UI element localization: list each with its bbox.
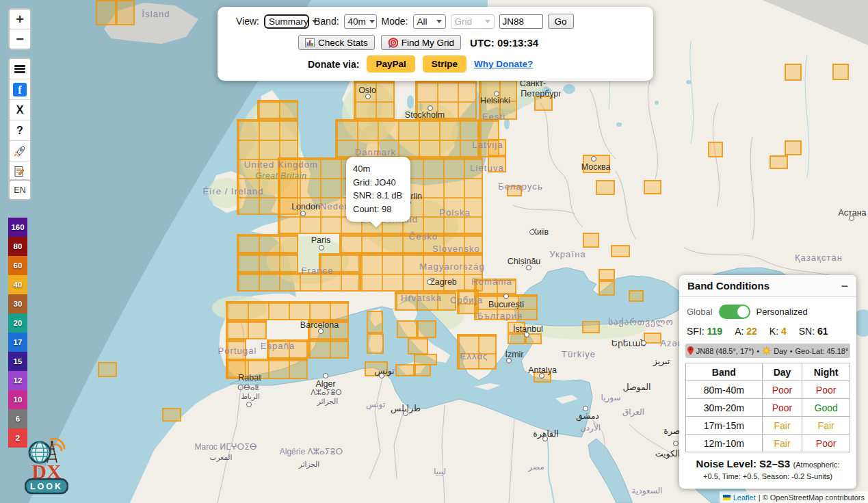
grid-square-block[interactable]	[395, 292, 456, 311]
osm-attribution: | © OpenStreetMap contributors	[759, 493, 865, 502]
band-scale-40[interactable]: 40	[8, 275, 27, 294]
grid-square[interactable]	[644, 180, 661, 194]
leaflet-link[interactable]: Leaflet	[733, 493, 756, 502]
view-select[interactable]: Summary	[264, 14, 309, 29]
grid-square[interactable]	[116, 0, 135, 25]
band-scale-17[interactable]: 17	[8, 333, 27, 352]
facebook-button[interactable]: f	[10, 79, 30, 100]
grid-square-block[interactable]	[360, 253, 483, 292]
global-personalized-toggle[interactable]	[719, 305, 750, 319]
grid-square[interactable]	[599, 281, 615, 296]
grid-square[interactable]	[488, 139, 506, 156]
condition-cell: Fair	[762, 417, 802, 435]
band-scale-6[interactable]: 6	[8, 409, 27, 428]
grid-square[interactable]	[629, 290, 644, 302]
grid-square[interactable]	[365, 361, 388, 376]
grid-square-block[interactable]	[308, 339, 349, 359]
band-color-scale: 16080604030201715121062	[8, 218, 27, 448]
grid-square-block[interactable]	[474, 294, 538, 320]
grid-square[interactable]	[397, 320, 417, 338]
check-stats-button[interactable]: Check Stats	[298, 35, 375, 50]
noise-level: Noise Level: S2–S3 (Atmospheric: +0.5, T…	[685, 459, 850, 482]
grid-square[interactable]	[534, 96, 553, 111]
band-scale-160[interactable]: 160	[8, 218, 27, 237]
grid-square-block[interactable]	[237, 234, 298, 253]
mode-select[interactable]: All	[413, 14, 446, 29]
grid-square-block[interactable]	[237, 253, 298, 272]
grid-square[interactable]	[832, 64, 849, 80]
whats-new-button[interactable]	[10, 141, 30, 162]
grid-square[interactable]	[508, 333, 525, 344]
grid-square[interactable]	[525, 333, 542, 344]
grid-square[interactable]	[488, 156, 506, 172]
grid-square[interactable]	[644, 333, 661, 344]
grid-square-block[interactable]	[415, 81, 477, 119]
stripe-button[interactable]: Stripe	[423, 55, 466, 73]
band-scale-12[interactable]: 12	[8, 371, 27, 390]
band-scale-10[interactable]: 10	[8, 390, 27, 409]
feedback-button[interactable]	[10, 162, 30, 181]
grid-square[interactable]	[415, 364, 431, 376]
index-sn: SN: 61	[799, 326, 828, 337]
find-my-grid-button[interactable]: Find My Grid	[381, 35, 461, 50]
grid-square[interactable]	[162, 408, 181, 422]
grid-square-block[interactable]	[319, 253, 360, 272]
band-scale-60[interactable]: 60	[8, 256, 27, 275]
grid-square[interactable]	[785, 64, 802, 81]
grid-square-block[interactable]	[226, 301, 349, 320]
grid-square[interactable]	[417, 320, 436, 338]
why-donate-link[interactable]: Why Donate?	[474, 59, 533, 69]
zoom-out-button[interactable]: −	[10, 29, 30, 49]
grid-square-block[interactable]	[308, 320, 349, 339]
grid-square[interactable]	[582, 321, 600, 333]
grid-square[interactable]	[98, 362, 117, 377]
grid-square-block[interactable]	[339, 234, 483, 253]
grid-search-input[interactable]	[499, 14, 543, 29]
band-conditions-header: Band Conditions −	[679, 275, 856, 297]
grid-square-block[interactable]	[226, 320, 267, 339]
grid-square[interactable]	[708, 142, 723, 157]
grid-square[interactable]	[367, 311, 383, 333]
grid-square[interactable]	[583, 155, 610, 173]
grid-square-block[interactable]	[226, 359, 308, 379]
grid-square-block[interactable]	[457, 289, 479, 314]
grid-square-block[interactable]	[237, 272, 360, 292]
paypal-button[interactable]: PayPal	[367, 55, 415, 73]
grid-square[interactable]	[508, 322, 525, 333]
go-button[interactable]: Go	[548, 14, 574, 29]
grid-square[interactable]	[770, 155, 788, 169]
menu-button[interactable]	[10, 59, 30, 79]
grid-square-block[interactable]	[267, 339, 308, 359]
grid-square-block[interactable]	[457, 334, 497, 370]
grid-square[interactable]	[96, 0, 116, 25]
band-range-cell: 17m-15m	[686, 417, 763, 435]
grid-square-block[interactable]	[474, 279, 516, 294]
language-button[interactable]: EN	[10, 181, 30, 199]
band-scale-30[interactable]: 30	[8, 294, 27, 313]
x-twitter-button[interactable]: X	[10, 100, 30, 120]
grid-square[interactable]	[507, 185, 522, 196]
grid-square[interactable]	[785, 140, 802, 155]
band-select[interactable]: 40m	[344, 14, 377, 29]
grid-square[interactable]	[596, 180, 615, 195]
collapse-button[interactable]: −	[841, 280, 848, 292]
condition-cell: Poor	[762, 381, 802, 399]
band-scale-15[interactable]: 15	[8, 352, 27, 371]
help-button[interactable]: ?	[10, 120, 30, 141]
grid-square[interactable]	[367, 333, 384, 354]
tooltip-count: Count: 98	[353, 203, 406, 216]
grid-square[interactable]	[395, 364, 415, 376]
grid-square[interactable]	[599, 269, 615, 281]
grid-square-block[interactable]	[335, 119, 479, 157]
grid-square[interactable]	[408, 338, 428, 354]
zoom-in-button[interactable]: +	[10, 10, 30, 29]
grid-square[interactable]	[534, 372, 551, 383]
facebook-icon: f	[13, 83, 27, 96]
question-icon: ?	[16, 125, 23, 137]
grid-square[interactable]	[583, 233, 599, 248]
grid-square-block[interactable]	[354, 81, 395, 119]
grid-square[interactable]	[611, 245, 630, 257]
grid-square-block[interactable]	[257, 100, 298, 119]
band-scale-20[interactable]: 20	[8, 313, 27, 333]
band-scale-80[interactable]: 80	[8, 237, 27, 256]
